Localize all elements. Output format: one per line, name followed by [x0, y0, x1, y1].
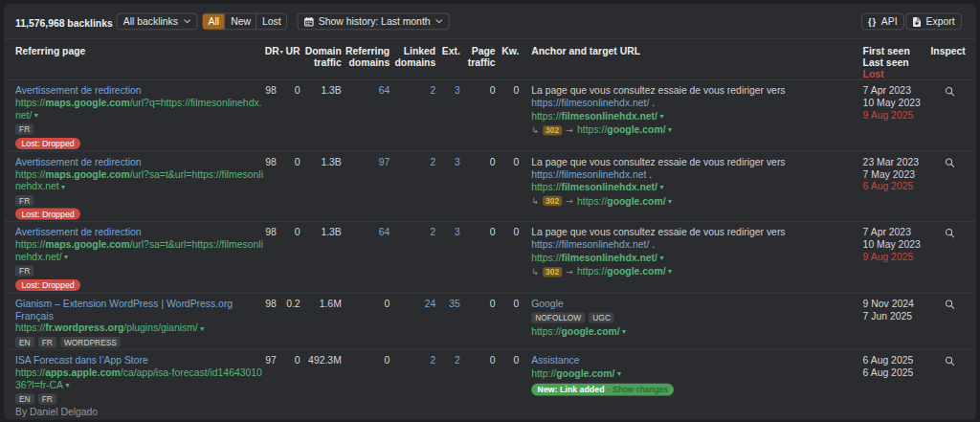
cell-referring-domains[interactable]: 97 — [342, 156, 390, 168]
cell-ur: 0 — [285, 85, 301, 98]
cell-referring-domains[interactable]: 64 — [342, 85, 390, 98]
header-page-traffic[interactable]: Page traffic — [460, 45, 496, 79]
cell-referring-page: Avertissement de redirection https://map… — [4, 156, 265, 220]
header-first-seen[interactable]: First seen — [863, 45, 930, 56]
calendar-icon — [304, 16, 314, 26]
inspect-magnifier-icon[interactable] — [945, 157, 954, 167]
anchor-link[interactable]: https://filmesonlinehdx.net/ — [531, 239, 649, 251]
target-url-caret-icon[interactable]: ▾ — [622, 326, 626, 335]
header-ext[interactable]: Ext. — [435, 45, 460, 79]
redirect-target-url[interactable]: https://google.com/▾ — [577, 194, 672, 208]
inspect-magnifier-icon[interactable] — [945, 299, 954, 308]
cell-linked-domains[interactable]: 2 — [390, 156, 435, 168]
rel-badges: NOFOLLOWUGC — [531, 312, 862, 322]
header-referring-page[interactable]: Referring page — [4, 45, 265, 79]
backlinks-panel: 11,576,968 backlinks All backlinks All N… — [4, 4, 976, 419]
cell-ext[interactable]: 35 — [435, 298, 460, 310]
cell-ext[interactable]: 3 — [435, 227, 460, 239]
cell-linked-domains[interactable]: 24 — [390, 298, 435, 310]
url-options-caret-icon[interactable]: ▾ — [34, 111, 38, 120]
header-anchor-target-url[interactable]: Anchor and target URL — [519, 45, 862, 79]
new-link-badge: New: Link added· Show changes — [531, 383, 674, 395]
header-referring-domains[interactable]: Referring domains — [342, 45, 390, 79]
target-url[interactable]: https://filmesonlinehdx.net/▾ — [531, 109, 862, 122]
url-options-caret-icon[interactable]: ▾ — [64, 253, 68, 261]
header-domain-traffic[interactable]: Domain traffic — [301, 45, 342, 79]
cell-referring-domains[interactable]: 0 — [342, 354, 390, 366]
segment-lost[interactable]: Lost — [256, 13, 287, 29]
export-button[interactable]: Export — [906, 13, 962, 31]
referring-page-title-link[interactable]: Avertissement de redirection — [15, 156, 265, 168]
target-url-caret-icon[interactable]: ▾ — [659, 112, 663, 121]
redirect-url-caret-icon[interactable]: ▾ — [668, 267, 672, 276]
header-lost[interactable]: Lost — [863, 68, 930, 79]
cell-ext[interactable]: 2 — [435, 354, 460, 366]
header-kw[interactable]: Kw. — [496, 45, 520, 79]
anchor-link[interactable]: https://filmesonlinehdx.net/ — [531, 98, 649, 109]
backlinks-scope-dropdown[interactable]: All backlinks — [117, 13, 197, 31]
cell-linked-domains[interactable]: 2 — [390, 85, 435, 98]
api-button-label: API — [881, 15, 898, 27]
header-ur[interactable]: UR — [285, 45, 301, 79]
show-history-button[interactable]: Show history: Last month — [297, 13, 449, 31]
lost-status-badge: Lost: Dropped — [15, 138, 80, 149]
referring-page-url[interactable]: https://apps.apple.com/ca/app/isa-foreca… — [15, 366, 265, 391]
header-last-seen[interactable]: Last seen — [863, 56, 930, 68]
target-url[interactable]: http://google.com/▾ — [531, 366, 862, 380]
segment-all[interactable]: All — [203, 13, 225, 31]
url-scheme: https:// — [15, 322, 45, 333]
cell-domain-traffic: 1.3B — [301, 156, 342, 168]
return-arrow-icon: ↳ — [531, 265, 539, 278]
language-badge: FR — [15, 124, 33, 135]
cell-dr: 98 — [265, 156, 285, 168]
last-seen-date: 10 May 2023 — [863, 239, 930, 252]
show-changes-link[interactable]: · Show changes — [608, 385, 668, 394]
cell-anchor-target: La page que vous consultez essaie de vou… — [519, 227, 862, 278]
target-url-scheme: http:// — [531, 367, 556, 379]
cell-ext[interactable]: 3 — [435, 156, 460, 168]
redirect-url-caret-icon[interactable]: ▾ — [668, 125, 672, 134]
language-badges: FR — [15, 266, 265, 277]
referring-page-url[interactable]: https://maps.google.com/url?sa=t&url=htt… — [15, 168, 265, 193]
cell-referring-domains[interactable]: 64 — [342, 227, 390, 239]
redirect-url-caret-icon[interactable]: ▾ — [668, 196, 672, 205]
header-linked-domains[interactable]: Linked domains — [390, 45, 435, 79]
header-dr[interactable]: DR▾ — [265, 45, 285, 79]
referring-page-title-link[interactable]: Gianism – Extension WordPress | WordPres… — [15, 298, 265, 322]
target-url-caret-icon[interactable]: ▾ — [617, 368, 621, 377]
referring-page-url[interactable]: https://maps.google.com/url?q=https://fi… — [15, 98, 265, 122]
cell-referring-domains[interactable]: 0 — [342, 298, 390, 310]
anchor-link[interactable]: Google — [531, 298, 564, 309]
cell-linked-domains[interactable]: 2 — [390, 227, 435, 239]
inspect-magnifier-icon[interactable] — [945, 228, 954, 237]
referring-page-title-link[interactable]: Avertissement de redirection — [15, 85, 265, 98]
target-url-caret-icon[interactable]: ▾ — [659, 254, 663, 262]
target-url[interactable]: https://google.com/▾ — [531, 324, 862, 338]
inspect-magnifier-icon[interactable] — [945, 86, 954, 96]
language-badges: FR — [15, 195, 265, 206]
cell-ext[interactable]: 3 — [435, 85, 460, 98]
anchor-link[interactable]: https://filmesonlinehdx.net — [531, 168, 646, 180]
api-button[interactable]: {} API — [861, 13, 904, 31]
referring-page-url[interactable]: https://fr.wordpress.org/plugins/gianism… — [15, 322, 265, 335]
redirect-target-url[interactable]: https://google.com/▾ — [577, 265, 672, 278]
target-url[interactable]: https://filmesonlinehdx.net/▾ — [531, 251, 862, 264]
lost-date: 9 Aug 2025 — [863, 109, 930, 122]
target-url-caret-icon[interactable]: ▾ — [659, 183, 663, 191]
referring-page-title-link[interactable]: ISA Forecast dans l’App Store — [15, 354, 265, 366]
url-options-caret-icon[interactable]: ▾ — [61, 182, 65, 190]
return-arrow-icon: ↳ — [531, 123, 539, 137]
inspect-magnifier-icon[interactable] — [945, 356, 954, 366]
table-row: Gianism – Extension WordPress | WordPres… — [4, 292, 976, 348]
target-url[interactable]: https://filmesonlinehdx.net/▾ — [531, 180, 862, 193]
referring-page-url[interactable]: https://maps.google.com/url?sa=t&url=htt… — [15, 239, 265, 264]
redirect-target-url[interactable]: https://google.com/▾ — [577, 123, 672, 137]
url-options-caret-icon[interactable]: ▾ — [200, 323, 204, 332]
url-options-caret-icon[interactable]: ▾ — [65, 380, 69, 389]
anchor-link[interactable]: Assistance — [531, 354, 579, 366]
cell-linked-domains[interactable]: 2 — [390, 354, 435, 366]
cell-dr: 97 — [265, 354, 285, 366]
referring-page-title-link[interactable]: Avertissement de redirection — [15, 227, 265, 239]
url-domain: apps.apple.com — [45, 366, 121, 378]
segment-new[interactable]: New — [225, 13, 256, 29]
